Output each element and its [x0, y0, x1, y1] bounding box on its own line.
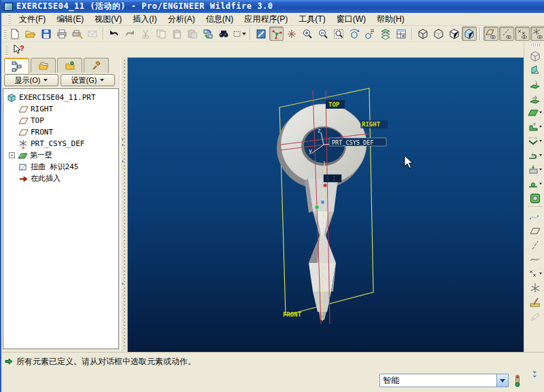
view-manager-icon[interactable] [394, 26, 409, 41]
menu-grip[interactable] [8, 14, 11, 24]
combo-dropdown-button[interactable] [496, 374, 508, 387]
cut-icon[interactable] [138, 26, 153, 41]
tree-row[interactable]: TOP [3, 115, 118, 126]
tree-row[interactable]: 扭曲 标识245 [3, 161, 118, 173]
csys-label[interactable]: PRT_CSYS_DEF [332, 139, 373, 146]
context-help-icon[interactable]: ? [11, 43, 26, 57]
tree-row[interactable]: EXERCISE04_11.PRT [3, 92, 118, 103]
dropdown-icon[interactable] [539, 272, 542, 274]
flat-wall-2-icon[interactable] [526, 105, 544, 120]
regenerate-icon[interactable] [201, 26, 216, 41]
extend-wall-icon[interactable] [526, 91, 544, 105]
save-icon[interactable] [39, 26, 54, 41]
zoom-out-icon[interactable] [316, 26, 330, 41]
toolbar-overflow-icon[interactable]: ⌄⌄ [532, 369, 537, 377]
select-box-icon[interactable] [232, 26, 247, 41]
datum-point-toggle-icon[interactable] [515, 26, 530, 41]
twist-axis-label[interactable]: A_1 [326, 176, 336, 182]
shaded-icon[interactable] [462, 26, 477, 41]
print-icon[interactable] [54, 26, 69, 41]
orient-mode-icon[interactable] [284, 26, 299, 41]
datum-plane-toggle-icon[interactable] [483, 26, 498, 41]
layers-icon[interactable] [378, 26, 393, 41]
datum-curve-tool-icon[interactable] [526, 252, 544, 266]
dropdown-icon[interactable] [539, 111, 542, 113]
flange-wall-icon[interactable] [526, 120, 544, 134]
copy-icon[interactable] [154, 26, 169, 41]
menu-file[interactable]: 文件(F) [14, 12, 51, 26]
menu-edit[interactable]: 编辑(E) [51, 12, 89, 26]
shaft-segment[interactable] [309, 263, 336, 291]
favorites-tab[interactable] [57, 58, 82, 73]
right-datum-label[interactable]: RIGHT [362, 121, 381, 128]
tree-row[interactable]: FRONT [3, 126, 118, 138]
model-tree-tab[interactable] [4, 58, 29, 73]
datum-axis-toggle-icon[interactable] [499, 26, 514, 41]
panel-splitter[interactable]: ‹‹ › › [120, 57, 128, 352]
shaft-segment[interactable] [308, 179, 338, 211]
extrude-icon[interactable] [526, 48, 544, 63]
pencil-tool-icon[interactable] [526, 309, 544, 323]
redo-icon[interactable] [122, 26, 137, 41]
datum-csys-toggle-icon[interactable] [530, 26, 544, 41]
undo-icon[interactable] [107, 26, 122, 41]
toolbar-grip[interactable] [4, 29, 7, 39]
toolbar-grip[interactable] [530, 43, 540, 46]
settings-button[interactable]: 设置(G) [61, 74, 115, 86]
tree-row[interactable]: PRT_CSYS_DEF [3, 138, 118, 149]
connections-tab[interactable] [84, 58, 109, 73]
print-setup-icon[interactable] [70, 26, 85, 41]
menu-view[interactable]: 视图(V) [89, 12, 127, 26]
csys-tool-icon[interactable] [526, 281, 544, 295]
tree-row[interactable]: + 第一壁 [3, 149, 118, 161]
paste-icon[interactable] [169, 26, 184, 41]
flat-wall-icon[interactable] [526, 77, 544, 91]
send-mail-icon[interactable] [86, 26, 101, 41]
open-icon[interactable] [23, 26, 38, 41]
reorient-icon[interactable] [347, 26, 362, 41]
refit-icon[interactable] [331, 26, 346, 41]
selection-filter-combo[interactable]: 智能 [379, 374, 509, 387]
folder-browser-tab[interactable] [31, 58, 56, 73]
unbend-icon[interactable] [526, 134, 544, 148]
repaint-icon[interactable] [254, 26, 269, 41]
menu-tools[interactable]: 工具(T) [293, 12, 330, 26]
expand-icon[interactable]: + [9, 152, 15, 158]
menu-analysis[interactable]: 分析(A) [163, 12, 201, 26]
sketch-tool-icon[interactable] [526, 295, 544, 309]
hidden-line-icon[interactable] [431, 26, 446, 41]
drag-handle-red[interactable] [324, 184, 327, 188]
saved-views-icon[interactable] [362, 26, 377, 41]
find-icon[interactable] [216, 26, 231, 41]
select-box-dropdown-icon[interactable] [242, 33, 246, 35]
tree-row[interactable]: 在此插入 [3, 173, 118, 184]
datum-plane-tool-icon[interactable] [526, 224, 544, 238]
drag-handle-blue[interactable] [321, 200, 324, 204]
title-bar[interactable]: EXERCISE04_11 (活动的) - Pro/ENGINEER Wildf… [1, 0, 544, 13]
toolbar-grip[interactable] [5, 45, 8, 54]
datum-axis-tool-icon[interactable] [526, 238, 544, 252]
flat-pattern-icon[interactable] [526, 191, 544, 205]
menu-window[interactable]: 窗口(W) [331, 12, 371, 26]
dropdown-icon[interactable] [539, 183, 542, 185]
dropdown-icon[interactable] [539, 126, 542, 128]
menu-insert[interactable]: 插入(I) [127, 12, 162, 26]
wall-icon[interactable] [526, 63, 544, 77]
dropdown-icon[interactable] [539, 154, 542, 156]
collapse-right-icon[interactable]: › [122, 281, 124, 287]
menu-help[interactable]: 帮助(H) [371, 12, 410, 26]
tree-row[interactable]: RIGHT [3, 103, 118, 115]
form-icon[interactable] [526, 177, 544, 191]
new-file-icon[interactable] [7, 26, 22, 41]
wireframe-icon[interactable] [415, 26, 430, 41]
menu-info[interactable]: 信息(N) [201, 12, 239, 26]
collapse-left-icon[interactable]: ‹‹ [122, 137, 124, 148]
spline-icon[interactable] [526, 209, 544, 224]
show-button[interactable]: 显示(O) [4, 74, 58, 86]
spin-center-icon[interactable] [269, 26, 284, 41]
datum-point-tool-icon[interactable] [526, 266, 544, 281]
top-datum-label[interactable]: TOP [328, 101, 340, 108]
dropdown-icon[interactable] [539, 140, 542, 142]
bend-back-icon[interactable] [526, 148, 544, 162]
paste-special-icon[interactable] [185, 26, 200, 41]
